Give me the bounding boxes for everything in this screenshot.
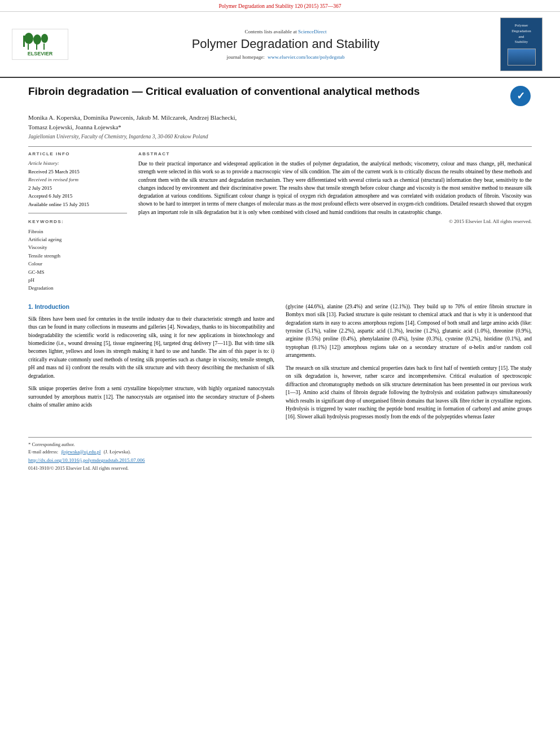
journal-mini-cover: PolymerDegradationandStability <box>500 18 542 71</box>
elsevier-tree-icon <box>18 33 63 51</box>
keyword-tensile-strength: Tensile strength <box>28 252 127 260</box>
available-online: Available online 15 July 2015 <box>28 201 127 208</box>
keywords-list: Fibroin Artificial ageing Viscosity Tens… <box>28 228 127 292</box>
abstract-label: ABSTRACT <box>138 151 532 156</box>
paper-title: Fibroin degradation — Critical evaluatio… <box>28 85 504 99</box>
svg-point-3 <box>41 34 48 43</box>
keyword-artificial-ageing: Artificial ageing <box>28 235 127 243</box>
affiliation: Jagiellonian University, Faculty of Chem… <box>28 134 532 139</box>
issn-line: 0141-3910/© 2015 Elsevier Ltd. All right… <box>28 465 532 471</box>
abstract-text: Due to their practical importance and wi… <box>138 160 532 216</box>
body-section: 1. Introduction Silk fibres have been us… <box>28 303 532 426</box>
right-paragraph-2: The research on silk structure and chemi… <box>286 364 532 421</box>
body-two-col: 1. Introduction Silk fibres have been us… <box>28 303 532 426</box>
introduction-heading: 1. Introduction <box>28 303 274 312</box>
journal-citation-bar: Polymer Degradation and Stability 120 (2… <box>0 0 560 12</box>
journal-url[interactable]: www.elsevier.com/locate/polydegstab <box>268 54 344 60</box>
svg-rect-5 <box>36 44 37 50</box>
footer-section: * Corresponding author. E-mail address: … <box>28 437 532 471</box>
divider-keywords <box>28 213 127 213</box>
journal-header: ELSEVIER Contents lists available at Sci… <box>0 12 560 78</box>
email-line: E-mail address: jlojewska@uj.edu.pl (J. … <box>28 448 532 456</box>
intro-paragraph-2: Silk unique properties derive from a sem… <box>28 385 274 409</box>
keyword-fibroin: Fibroin <box>28 228 127 235</box>
keyword-degradation: Degradation <box>28 284 127 292</box>
journal-citation-text: Polymer Degradation and Stability 120 (2… <box>219 3 342 9</box>
svg-point-1 <box>24 33 33 44</box>
article-info-col: ARTICLE INFO Article history: Received 2… <box>28 151 127 292</box>
keywords-section: Keywords: Fibroin Artificial ageing Visc… <box>28 219 127 292</box>
body-left-col: 1. Introduction Silk fibres have been us… <box>28 303 274 426</box>
article-info-abstract-section: ARTICLE INFO Article history: Received 2… <box>28 151 532 292</box>
svg-rect-4 <box>28 44 29 50</box>
mini-cover-text: PolymerDegradationandStability <box>511 23 531 45</box>
body-right-col: (glycine (44.6%), alanine (29.4%) and se… <box>286 303 532 426</box>
doi-line: http://dx.doi.org/10.1016/j.polymdegrads… <box>28 457 532 463</box>
doi-link[interactable]: http://dx.doi.org/10.1016/j.polymdegrads… <box>28 457 145 463</box>
right-paragraph-1: (glycine (44.6%), alanine (29.4%) and se… <box>286 303 532 360</box>
svg-text:✓: ✓ <box>517 90 525 102</box>
corresponding-author-note: * Corresponding author. <box>28 441 532 448</box>
svg-rect-6 <box>43 43 45 50</box>
crossmark-area: ✓ <box>509 85 532 107</box>
email-link[interactable]: jlojewska@uj.edu.pl <box>61 449 100 455</box>
contents-available-line: Contents lists available at ScienceDirec… <box>77 29 495 34</box>
received-revised-label: Received in revised form <box>28 176 127 184</box>
intro-paragraph-1: Silk fibres have been used for centuries… <box>28 315 274 381</box>
journal-header-center: Contents lists available at ScienceDirec… <box>77 29 495 59</box>
journal-mini-cover-area: PolymerDegradationandStability <box>500 18 551 71</box>
authors: Monika A. Koperska, Dominika Pawcenis, J… <box>28 113 532 132</box>
divider-after-affiliation <box>28 146 532 147</box>
received-date: Received 25 March 2015 <box>28 168 127 176</box>
journal-title: Polymer Degradation and Stability <box>77 37 495 51</box>
elsevier-wordmark: ELSEVIER <box>28 51 53 56</box>
history-label: Article history: <box>28 160 127 167</box>
main-content: Fibroin degradation — Critical evaluatio… <box>0 78 560 482</box>
keyword-ph: pH <box>28 276 127 284</box>
svg-point-2 <box>33 34 41 45</box>
keyword-colour: Colour <box>28 260 127 268</box>
journal-homepage-line: journal homepage: www.elsevier.com/locat… <box>77 54 495 60</box>
article-info-label: ARTICLE INFO <box>28 151 127 156</box>
paper-title-section: Fibroin degradation — Critical evaluatio… <box>28 85 532 107</box>
elsevier-logo-area: ELSEVIER <box>9 29 71 60</box>
copyright-line: © 2015 Elsevier Ltd. All rights reserved… <box>138 219 532 224</box>
keyword-viscosity: Viscosity <box>28 243 127 251</box>
abstract-col: ABSTRACT Due to their practical importan… <box>138 151 532 292</box>
accepted-date: Accepted 6 July 2015 <box>28 193 127 200</box>
revised-date: 2 July 2015 <box>28 185 127 192</box>
keyword-gc-ms: GC-MS <box>28 268 127 276</box>
keywords-label: Keywords: <box>28 219 127 224</box>
sciencedirect-link[interactable]: ScienceDirect <box>298 29 326 34</box>
crossmark-icon: ✓ <box>510 86 531 106</box>
